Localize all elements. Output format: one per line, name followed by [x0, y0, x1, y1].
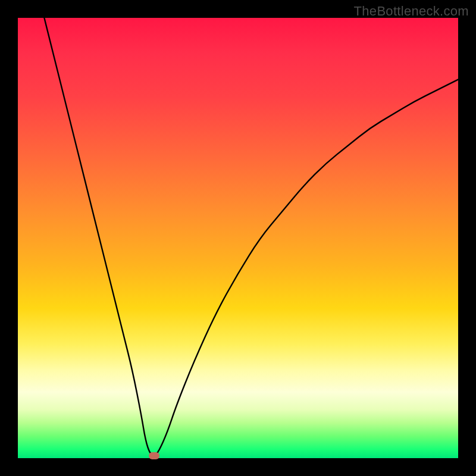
bottleneck-curve	[18, 18, 458, 458]
minimum-marker	[149, 452, 159, 459]
plot-area	[18, 18, 458, 458]
attribution-label: TheBottleneck.com	[354, 4, 469, 19]
chart-stage: TheBottleneck.com	[0, 0, 476, 476]
